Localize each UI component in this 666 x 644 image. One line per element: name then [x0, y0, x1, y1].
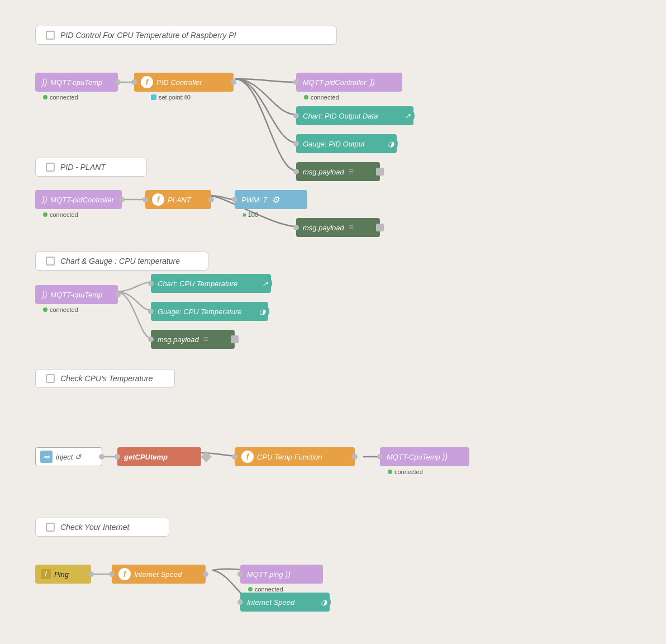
msg-payload-2-in: [293, 225, 299, 230]
pwm-label: PWM: 7: [241, 196, 267, 204]
gauge-cpu-in: [148, 309, 154, 314]
set-point-label: set point:40: [151, 94, 191, 101]
plant-out: [208, 197, 214, 202]
msg-payload-1-label: msg.payload: [303, 168, 344, 176]
plant-in: [142, 197, 148, 202]
debug-square-3: [231, 335, 239, 343]
msg-payload-3[interactable]: msg.payload ≡: [151, 330, 235, 349]
function-icon-cpu: f: [241, 451, 254, 463]
function-icon-pid: f: [141, 76, 153, 88]
inet-func-out: [203, 571, 208, 577]
wave-icon-5: )): [443, 452, 448, 461]
gauge-pid-output[interactable]: Gauge: PID Output ◑: [296, 134, 397, 153]
inject-box-icon: ⇒: [40, 451, 53, 463]
msg-payload-1[interactable]: msg.payload ≡: [296, 162, 380, 181]
gauge-icon-1: ◑: [383, 136, 398, 151]
chart-cpu-label: Chart: CPU Temperature: [158, 280, 237, 288]
internet-speed-func[interactable]: f Internet Speed: [112, 565, 206, 584]
comment-check-cpu-label: Check CPU's Temperature: [60, 374, 153, 383]
mqtt-cputemp-1-status: connected: [43, 94, 78, 101]
function-icon-inet: f: [118, 568, 131, 580]
chart-icon-2: ↗: [258, 276, 272, 291]
chart-cpu-in: [148, 281, 154, 286]
cpu-temp-function[interactable]: f CPU Temp Function: [235, 447, 355, 466]
debug-square-2: [376, 224, 384, 231]
mqtt-cpu-temp-3[interactable]: MQTT-CpuTemp )) connected: [380, 447, 469, 466]
mqtt-cputemp-1-out: [115, 79, 121, 85]
comment-chart-label: Chart & Gauge : CPU temperature: [60, 257, 180, 266]
gauge-pid-in: [293, 141, 299, 146]
mqtt-ping-label: MQTT-ping: [247, 570, 283, 579]
mqtt-cputemp-1[interactable]: )) MQTT-cpuTemp connected: [35, 73, 118, 92]
status-dot-green: [43, 95, 47, 100]
mqtt-cputemp-1-label: MQTT-cpuTemp: [50, 78, 102, 87]
gauge-cpu-label: Guage: CPU Temperature: [158, 307, 242, 316]
comment-pid-plant-label: PID - PLANT: [60, 163, 106, 172]
mqtt-cputemp-2-label: MQTT-cpuTemp: [50, 291, 102, 299]
get-cpu-temp-label: getCPUtemp: [124, 453, 168, 461]
gear-icon: ⚙: [272, 195, 279, 205]
inet-func-in: [109, 571, 115, 577]
mqtt-pid-label-1: MQTT-pidController: [303, 78, 367, 87]
pwm-7[interactable]: PWM: 7 ⚙ ■ 100: [235, 190, 307, 209]
chart-cpu-temp[interactable]: Chart: CPU Temperature ↗: [151, 274, 271, 293]
status-dot-pid2: [43, 212, 47, 217]
function-icon-plant: f: [152, 193, 164, 206]
internet-speed-gauge-label: Internet Speed: [247, 598, 294, 607]
comment-icon-4: [46, 374, 55, 383]
msg-payload-3-in: [148, 337, 154, 342]
wave-icon-4: )): [42, 290, 47, 299]
flow-canvas: PID Control For CPU Temperature of Raspb…: [0, 0, 666, 644]
mqtt-pid-controller-2[interactable]: )) MQTT-pidController connected: [35, 190, 122, 209]
comment-icon-5: [46, 523, 55, 532]
plant-node[interactable]: f PLANT: [145, 190, 211, 209]
mqtt-cpu-3-in: [377, 454, 383, 460]
gauge-pid-label: Gauge: PID Output: [303, 140, 365, 148]
comment-check-cpu: Check CPU's Temperature: [35, 369, 175, 388]
mqtt-pid-controller-1[interactable]: MQTT-pidController )) connected: [296, 73, 402, 92]
mqtt-pid-2-status: connected: [43, 211, 78, 218]
internet-speed-gauge[interactable]: Internet Speed ◑: [240, 593, 330, 612]
mqtt-pid-in-1: [293, 79, 299, 85]
mqtt-pid-1-status: connected: [304, 94, 339, 101]
pid-controller-in: [131, 79, 137, 85]
ping-node[interactable]: ! Ping: [35, 565, 91, 584]
list-icon-3: ≡: [203, 334, 208, 344]
comment-check-internet: Check Your Internet: [35, 518, 169, 537]
gauge-cpu-temp[interactable]: Guage: CPU Temperature ◑: [151, 302, 268, 321]
mqtt-cputemp-2-out: [115, 292, 121, 297]
chart-pid-output[interactable]: Chart: PID Output Data ↗: [296, 106, 413, 125]
set-point-dot: [151, 94, 156, 100]
pid-controller-node[interactable]: f PID Controller set point:40: [134, 73, 234, 92]
inject-node[interactable]: ⇒ inject ↺: [35, 447, 102, 466]
msg-payload-3-label: msg.payload: [158, 335, 199, 344]
list-icon-2: ≡: [349, 222, 354, 233]
pid-controller-label: PID Controller: [156, 78, 202, 87]
list-icon-1: ≡: [349, 167, 354, 177]
wave-icon-3: )): [42, 195, 47, 204]
cpu-func-out: [352, 454, 358, 460]
mqtt-ping-node[interactable]: MQTT-ping )) connected: [240, 565, 323, 584]
mqtt-cpu-temp-3-label: MQTT-CpuTemp: [387, 453, 440, 461]
chart-pid-label: Chart: PID Output Data: [303, 112, 378, 120]
comment-pid-plant: PID - PLANT: [35, 158, 147, 177]
inject-out: [99, 454, 104, 460]
status-dot-4: [248, 587, 253, 591]
mqtt-cputemp-2[interactable]: )) MQTT-cpuTemp connected: [35, 285, 118, 304]
comment-chart-gauge: Chart & Gauge : CPU temperature: [35, 252, 208, 271]
mqtt-cputemp-2-status: connected: [43, 306, 78, 313]
pwm-subval: ■ 100: [242, 211, 258, 218]
get-cpu-temp-node[interactable]: getCPUtemp: [117, 447, 201, 466]
mqtt-ping-in: [237, 571, 243, 577]
double-arrow-icon: ⇒: [43, 452, 50, 461]
inet-gauge-in: [237, 599, 243, 605]
pid-controller-out: [231, 79, 236, 85]
internet-speed-label: Internet Speed: [134, 570, 182, 579]
ping-out: [88, 571, 94, 577]
comment-icon-2: [46, 163, 55, 172]
get-cpu-in: [115, 454, 120, 460]
mqtt-pid-2-out: [119, 197, 125, 202]
msg-payload-2[interactable]: msg.payload ≡: [296, 218, 380, 237]
comment-pid-control: PID Control For CPU Temperature of Raspb…: [35, 26, 337, 45]
wave-icon-2: )): [370, 78, 375, 87]
